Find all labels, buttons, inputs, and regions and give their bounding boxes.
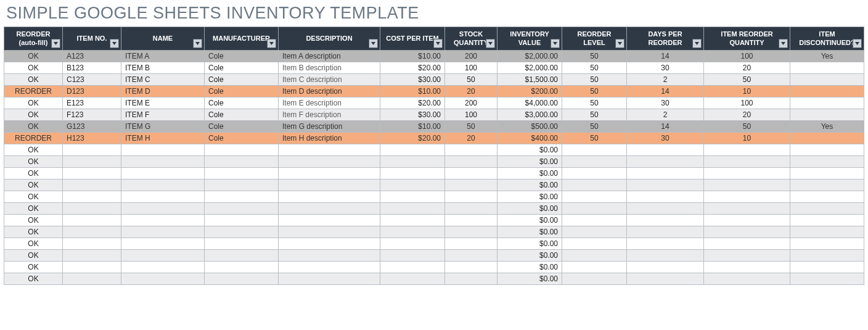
- cell-inv_value[interactable]: $0.00: [497, 168, 562, 179]
- cell-manufacturer[interactable]: Cole: [205, 62, 279, 74]
- cell-cost[interactable]: [380, 203, 445, 215]
- cell-reorder_qty[interactable]: [704, 262, 790, 273]
- cell-days_per_reorder[interactable]: [627, 273, 704, 285]
- cell-cost[interactable]: [380, 238, 445, 250]
- cell-discontinued[interactable]: [790, 74, 864, 86]
- cell-name[interactable]: [121, 203, 205, 215]
- cell-stock[interactable]: 100: [445, 109, 497, 121]
- cell-description[interactable]: Item G description: [279, 121, 380, 133]
- cell-name[interactable]: [121, 226, 205, 238]
- cell-item_no[interactable]: E123: [63, 97, 121, 109]
- cell-reorder_qty[interactable]: [704, 215, 790, 226]
- cell-name[interactable]: [121, 238, 205, 250]
- cell-inv_value[interactable]: $0.00: [497, 215, 562, 226]
- cell-reorder[interactable]: REORDER: [4, 133, 63, 144]
- cell-discontinued[interactable]: [790, 86, 864, 97]
- cell-stock[interactable]: [445, 262, 497, 273]
- cell-cost[interactable]: [380, 250, 445, 262]
- cell-reorder[interactable]: OK: [4, 121, 63, 133]
- cell-description[interactable]: Item H description: [279, 133, 380, 144]
- cell-discontinued[interactable]: [790, 168, 864, 179]
- cell-cost[interactable]: [380, 262, 445, 273]
- filter-button-description[interactable]: [369, 39, 378, 48]
- cell-inv_value[interactable]: $2,000.00: [497, 62, 562, 74]
- cell-reorder[interactable]: OK: [4, 262, 63, 273]
- cell-item_no[interactable]: [63, 215, 121, 226]
- cell-reorder_qty[interactable]: [704, 250, 790, 262]
- cell-discontinued[interactable]: [790, 238, 864, 250]
- cell-manufacturer[interactable]: Cole: [205, 133, 279, 144]
- cell-manufacturer[interactable]: [205, 215, 279, 226]
- cell-stock[interactable]: [445, 203, 497, 215]
- cell-reorder_level[interactable]: [562, 226, 627, 238]
- cell-days_per_reorder[interactable]: 14: [627, 121, 704, 133]
- filter-button-name[interactable]: [193, 39, 202, 48]
- cell-reorder_level[interactable]: [562, 238, 627, 250]
- cell-inv_value[interactable]: $200.00: [497, 86, 562, 97]
- cell-reorder_level[interactable]: 50: [562, 62, 627, 74]
- cell-manufacturer[interactable]: [205, 250, 279, 262]
- cell-item_no[interactable]: [63, 238, 121, 250]
- cell-manufacturer[interactable]: Cole: [205, 86, 279, 97]
- cell-stock[interactable]: [445, 250, 497, 262]
- cell-days_per_reorder[interactable]: [627, 203, 704, 215]
- cell-days_per_reorder[interactable]: [627, 156, 704, 168]
- cell-name[interactable]: [121, 191, 205, 203]
- cell-inv_value[interactable]: $1,500.00: [497, 74, 562, 86]
- cell-reorder[interactable]: OK: [4, 74, 63, 86]
- cell-name[interactable]: ITEM A: [121, 51, 205, 62]
- cell-name[interactable]: ITEM F: [121, 109, 205, 121]
- cell-inv_value[interactable]: $500.00: [497, 121, 562, 133]
- cell-item_no[interactable]: [63, 262, 121, 273]
- cell-item_no[interactable]: [63, 144, 121, 156]
- cell-description[interactable]: Item D description: [279, 86, 380, 97]
- cell-cost[interactable]: $30.00: [380, 74, 445, 86]
- cell-item_no[interactable]: G123: [63, 121, 121, 133]
- cell-name[interactable]: ITEM B: [121, 62, 205, 74]
- cell-description[interactable]: Item B description: [279, 62, 380, 74]
- cell-reorder_level[interactable]: [562, 144, 627, 156]
- cell-inv_value[interactable]: $3,000.00: [497, 109, 562, 121]
- cell-item_no[interactable]: [63, 273, 121, 285]
- cell-stock[interactable]: 50: [445, 74, 497, 86]
- cell-description[interactable]: [279, 144, 380, 156]
- cell-reorder[interactable]: OK: [4, 144, 63, 156]
- cell-stock[interactable]: [445, 179, 497, 191]
- cell-reorder[interactable]: OK: [4, 226, 63, 238]
- cell-discontinued[interactable]: [790, 250, 864, 262]
- cell-description[interactable]: [279, 191, 380, 203]
- cell-reorder_qty[interactable]: [704, 203, 790, 215]
- cell-description[interactable]: [279, 262, 380, 273]
- cell-description[interactable]: [279, 168, 380, 179]
- cell-name[interactable]: ITEM C: [121, 74, 205, 86]
- cell-inv_value[interactable]: $2,000.00: [497, 51, 562, 62]
- cell-discontinued[interactable]: [790, 144, 864, 156]
- cell-days_per_reorder[interactable]: [627, 168, 704, 179]
- cell-manufacturer[interactable]: [205, 226, 279, 238]
- cell-manufacturer[interactable]: Cole: [205, 74, 279, 86]
- cell-discontinued[interactable]: [790, 191, 864, 203]
- cell-reorder[interactable]: OK: [4, 250, 63, 262]
- cell-discontinued[interactable]: Yes: [790, 51, 864, 62]
- cell-name[interactable]: ITEM H: [121, 133, 205, 144]
- cell-manufacturer[interactable]: [205, 144, 279, 156]
- cell-reorder_qty[interactable]: 100: [704, 97, 790, 109]
- cell-reorder_level[interactable]: 50: [562, 97, 627, 109]
- cell-reorder_level[interactable]: [562, 262, 627, 273]
- cell-reorder_level[interactable]: 50: [562, 133, 627, 144]
- cell-name[interactable]: ITEM D: [121, 86, 205, 97]
- cell-reorder_qty[interactable]: [704, 191, 790, 203]
- cell-stock[interactable]: 200: [445, 97, 497, 109]
- cell-item_no[interactable]: [63, 179, 121, 191]
- cell-reorder_qty[interactable]: [704, 238, 790, 250]
- cell-days_per_reorder[interactable]: 30: [627, 97, 704, 109]
- cell-days_per_reorder[interactable]: [627, 179, 704, 191]
- cell-manufacturer[interactable]: [205, 273, 279, 285]
- cell-name[interactable]: ITEM E: [121, 97, 205, 109]
- cell-stock[interactable]: [445, 144, 497, 156]
- cell-name[interactable]: [121, 144, 205, 156]
- cell-reorder_level[interactable]: [562, 156, 627, 168]
- cell-stock[interactable]: 100: [445, 62, 497, 74]
- cell-manufacturer[interactable]: Cole: [205, 51, 279, 62]
- cell-name[interactable]: [121, 156, 205, 168]
